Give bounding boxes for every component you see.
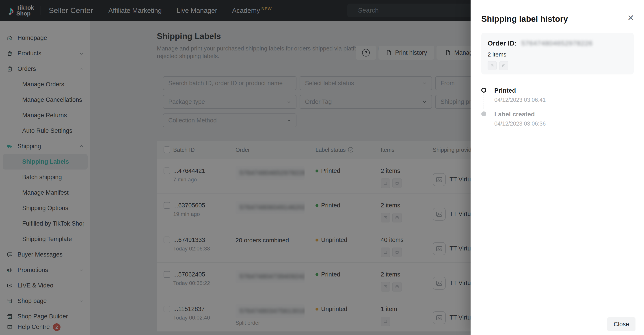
column-header: Items [381, 147, 433, 153]
home-icon [7, 35, 13, 41]
close-button[interactable]: Close [607, 317, 636, 331]
row-checkbox[interactable] [164, 237, 170, 243]
megaphone-icon [7, 267, 13, 273]
help-button[interactable]: ? [356, 46, 376, 60]
sidebar-item-orders[interactable]: Orders [3, 61, 88, 77]
item-thumbnail [392, 178, 402, 188]
items-cell: 1 item [381, 297, 433, 331]
order-cell: 576474803475613018Split order [236, 297, 316, 331]
provider-image-icon [433, 311, 446, 324]
order-cell: 20 orders combined [236, 228, 316, 262]
row-checkbox[interactable] [164, 306, 170, 312]
sidebar-item-manage-orders[interactable]: Manage Orders [3, 77, 88, 92]
items-cell: 2 items [381, 193, 433, 228]
order-id-label: Order ID: [488, 40, 517, 47]
status-label: Unprinted [321, 237, 347, 243]
label-status-cell: Printed [316, 193, 381, 228]
order-combined-label: 20 orders combined [236, 237, 316, 244]
sidebar-item-shipping-labels[interactable]: Shipping Labels [3, 154, 88, 170]
modal-title: Shipping label history [481, 14, 568, 24]
column-header: Batch ID [173, 147, 236, 153]
item-thumbnail [381, 247, 390, 257]
sidebar-item-batch-shipping[interactable]: Batch shipping [3, 170, 88, 185]
order-summary-card: Order ID: 576474804652978226 2 items [481, 33, 634, 75]
item-thumbnails [381, 247, 433, 257]
order-tag-select[interactable]: Order Tag [300, 95, 432, 109]
sidebar-item-help-centre[interactable]: ?Help Centre2 [3, 319, 88, 335]
sidebar-item-shipping-options[interactable]: Shipping Options [3, 200, 88, 216]
sidebar-item-live-video[interactable]: LIVE & Video [3, 278, 88, 293]
sidebar-item-homepage[interactable]: Homepage [3, 30, 88, 46]
order-id-blurred: 576474804739409242 [236, 270, 304, 283]
items-cell: 2 items [381, 159, 433, 193]
item-thumbnails [381, 178, 433, 188]
status-dot [316, 170, 318, 172]
sidebar-item-shop-page[interactable]: Shop page [3, 293, 88, 309]
column-header: Label status? [316, 147, 381, 153]
sidebar-item-fulfilled-by-tiktok-shop[interactable]: Fulfilled by TikTok Shop… [3, 216, 88, 231]
question-circle-icon: ? [362, 49, 370, 57]
batch-id-cell: ...476444217 min ago [173, 159, 236, 193]
info-icon: ? [348, 147, 353, 152]
document-icon [386, 49, 392, 56]
package-type-select[interactable]: Package type [163, 95, 296, 109]
print-history-button[interactable]: Print history [378, 46, 434, 60]
chevron-down-icon [79, 298, 84, 304]
batch-id-cell: ...11512837Today 00:02:40 [173, 297, 236, 331]
sidebar-item-products[interactable]: Products [3, 46, 88, 61]
status-dot [316, 239, 318, 241]
row-checkbox[interactable] [164, 168, 170, 174]
row-checkbox[interactable] [164, 202, 170, 209]
items-count: 2 items [488, 51, 628, 58]
order-id-blurred: 576474804652978226 [236, 166, 304, 180]
collection-method-select[interactable]: Collection Method [163, 114, 296, 127]
store-icon [7, 298, 13, 304]
status-label: Unprinted [321, 306, 347, 312]
order-id-value-blurred: 576474804652978226 [521, 40, 592, 47]
sidebar-item-shipping[interactable]: Shipping [3, 139, 88, 154]
sidebar-item-manage-manifest[interactable]: Manage Manifest [3, 185, 88, 200]
item-thumbnail [499, 61, 508, 70]
status-label: Printed [321, 271, 340, 278]
sidebar-item-promotions[interactable]: Promotions [3, 262, 88, 278]
item-thumbnails [381, 317, 433, 326]
chevron-up-icon [79, 144, 84, 149]
item-thumbnails [381, 282, 433, 291]
sidebar-item-manage-cancellations[interactable]: Manage Cancellations [3, 92, 88, 108]
timeline-item: Printed04/12/2023 03:06:41 [481, 87, 546, 111]
status-dot [316, 204, 318, 207]
sidebar-item-shipping-template[interactable]: Shipping Template [3, 231, 88, 247]
order-cell: 576474804652978226 [236, 159, 316, 193]
provider-image-icon [433, 242, 446, 255]
item-thumbnails [488, 61, 628, 70]
item-thumbnail [392, 247, 402, 257]
item-thumbnails [381, 213, 433, 222]
topbar-nav-item[interactable]: Affiliate Marketing [108, 7, 162, 14]
tiktok-shop-logo[interactable]: ♪ TikTok Shop [8, 5, 34, 17]
truck-icon [7, 143, 13, 149]
row-checkbox[interactable] [164, 271, 170, 278]
label-status-cell: Printed [316, 263, 381, 297]
select-all-checkbox[interactable] [164, 146, 170, 153]
status-label: Printed [321, 202, 340, 209]
logo-text: TikTok Shop [16, 5, 34, 16]
sidebar-item-auto-rule-settings[interactable]: Auto Rule Settings [3, 123, 88, 139]
status-label: Printed [321, 168, 340, 174]
label-status-cell: Unprinted [316, 297, 381, 331]
topbar-nav-item[interactable]: Live Manager [176, 7, 217, 14]
label-status-select[interactable]: Select label status [300, 76, 432, 90]
tiktok-note-icon: ♪ [8, 5, 14, 17]
search-batch-input[interactable] [163, 76, 296, 90]
timeline-dot [481, 88, 486, 93]
sidebar-item-manage-returns[interactable]: Manage Returns [3, 108, 88, 123]
help-icon: ? [7, 324, 13, 330]
sidebar-item-buyer-messages[interactable]: Buyer Messages [3, 247, 88, 262]
chat-icon [7, 252, 13, 258]
order-id-blurred: 576474806049146202 [236, 201, 304, 214]
svg-text:?: ? [9, 325, 10, 328]
chevron-down-icon [79, 51, 84, 56]
topbar-nav-item[interactable]: AcademyNEW [232, 7, 272, 14]
close-icon[interactable]: ✕ [628, 14, 634, 22]
item-thumbnail [381, 282, 390, 291]
chevron-down-icon [422, 99, 427, 105]
